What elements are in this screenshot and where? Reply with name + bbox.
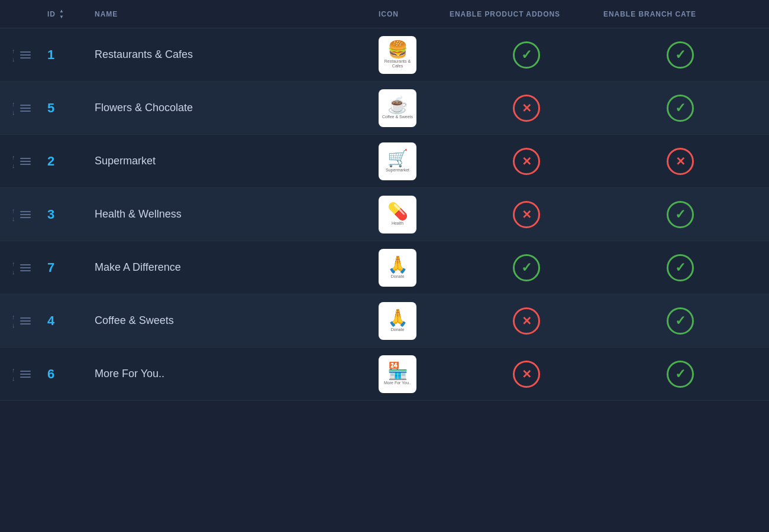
drag-lines-icon[interactable] — [20, 105, 31, 112]
branch-status-cell[interactable] — [603, 201, 757, 228]
addons-status-cell[interactable] — [450, 95, 603, 122]
addons-status-icon[interactable] — [513, 95, 540, 122]
arrow-down-icon: ↓ — [12, 109, 15, 116]
icon-cell: 🙏 Donate — [379, 302, 450, 340]
branch-status-cell[interactable] — [603, 307, 757, 335]
addons-status-icon[interactable] — [513, 361, 540, 388]
addons-status-icon[interactable] — [513, 307, 540, 335]
arrow-up-icon: ↑ — [12, 154, 15, 161]
table-row: ↑ ↓ 1 Restaurants & Cafes 🍔 Restaurants … — [0, 28, 769, 82]
icon-cell: 🛒 Supermarket — [379, 142, 450, 180]
arrow-up-icon: ↑ — [12, 47, 15, 54]
icon-box: 🙏 Donate — [379, 249, 416, 287]
arrow-down-icon: ↓ — [12, 56, 15, 63]
branch-status-cell[interactable] — [603, 148, 757, 175]
drag-lines-icon[interactable] — [20, 371, 31, 378]
branch-status-icon[interactable] — [667, 148, 694, 175]
drag-handle-cell: ↑ ↓ — [12, 154, 47, 169]
table-body: ↑ ↓ 1 Restaurants & Cafes 🍔 Restaurants … — [0, 28, 769, 401]
row-id: 3 — [47, 207, 95, 222]
icon-cell: ☕ Coffee & Sweets — [379, 89, 450, 127]
icon-box: 🛒 Supermarket — [379, 142, 416, 180]
id-sort-arrows[interactable]: ▲ ▼ — [59, 8, 64, 20]
icon-cell: 💊 Health — [379, 196, 450, 233]
icon-cell: 🙏 Donate — [379, 249, 450, 287]
row-id: 4 — [47, 313, 95, 329]
icon-label: Donate — [391, 274, 405, 279]
drag-arrows: ↑ ↓ — [12, 207, 15, 222]
row-id: 6 — [47, 366, 95, 382]
row-name: Flowers & Chocolate — [95, 102, 379, 114]
drag-lines-icon[interactable] — [20, 211, 31, 218]
branch-status-icon[interactable] — [667, 307, 694, 335]
addons-status-cell[interactable] — [450, 201, 603, 228]
addons-status-cell[interactable] — [450, 254, 603, 281]
arrow-down-icon: ↓ — [12, 215, 15, 222]
icon-box: 🍔 Restaurants & Cafes — [379, 36, 416, 74]
drag-handle-cell: ↑ ↓ — [12, 260, 47, 275]
col-branch-label: ENABLE BRANCH CATE — [603, 10, 757, 18]
row-id: 2 — [47, 154, 95, 169]
table-row: ↑ ↓ 4 Coffee & Sweets 🙏 Donate — [0, 294, 769, 348]
branch-status-cell[interactable] — [603, 361, 757, 388]
drag-lines-icon[interactable] — [20, 51, 31, 59]
table-header: ID ▲ ▼ NAME ICON ENABLE PRODUCT ADDONS E… — [0, 0, 769, 28]
col-name-label: NAME — [95, 10, 379, 18]
drag-lines-icon[interactable] — [20, 264, 31, 271]
addons-status-icon[interactable] — [513, 41, 540, 69]
branch-status-icon[interactable] — [667, 95, 694, 122]
icon-emoji: 🍔 — [387, 41, 408, 58]
row-name: Coffee & Sweets — [95, 314, 379, 327]
addons-status-cell[interactable] — [450, 41, 603, 69]
branch-status-cell[interactable] — [603, 254, 757, 281]
row-name: Health & Wellness — [95, 208, 379, 220]
addons-status-cell[interactable] — [450, 361, 603, 388]
arrow-up-icon: ↑ — [12, 366, 15, 374]
arrow-down-icon: ↓ — [12, 162, 15, 169]
row-id: 7 — [47, 260, 95, 275]
icon-box: 🏪 More For You.. — [379, 355, 416, 393]
addons-status-cell[interactable] — [450, 148, 603, 175]
table-row: ↑ ↓ 5 Flowers & Chocolate ☕ Coffee & Swe… — [0, 82, 769, 135]
col-addons-label: ENABLE PRODUCT ADDONS — [450, 10, 603, 18]
drag-lines-icon[interactable] — [20, 317, 31, 325]
addons-status-icon[interactable] — [513, 201, 540, 228]
branch-status-cell[interactable] — [603, 41, 757, 69]
icon-emoji: 🙏 — [387, 257, 408, 273]
addons-status-icon[interactable] — [513, 254, 540, 281]
icon-label: Supermarket — [386, 168, 409, 173]
icon-emoji: 🏪 — [387, 363, 408, 379]
branch-status-cell[interactable] — [603, 95, 757, 122]
drag-handle-cell: ↑ ↓ — [12, 47, 47, 63]
icon-label: More For You.. — [384, 381, 411, 385]
branch-status-icon[interactable] — [667, 201, 694, 228]
row-name: More For You.. — [95, 368, 379, 380]
row-name: Make A Difference — [95, 261, 379, 274]
col-icon-label: ICON — [379, 10, 450, 18]
branch-status-icon[interactable] — [667, 361, 694, 388]
addons-status-icon[interactable] — [513, 148, 540, 175]
drag-lines-icon[interactable] — [20, 158, 31, 165]
table-row: ↑ ↓ 7 Make A Difference 🙏 Donate — [0, 241, 769, 294]
category-table: ID ▲ ▼ NAME ICON ENABLE PRODUCT ADDONS E… — [0, 0, 769, 401]
icon-box: ☕ Coffee & Sweets — [379, 89, 416, 127]
drag-arrows: ↑ ↓ — [12, 154, 15, 169]
drag-arrows: ↑ ↓ — [12, 260, 15, 275]
drag-arrows: ↑ ↓ — [12, 100, 15, 116]
drag-handle-cell: ↑ ↓ — [12, 366, 47, 382]
col-id-label: ID ▲ ▼ — [47, 8, 95, 20]
icon-label: Coffee & Sweets — [382, 115, 413, 119]
drag-arrows: ↑ ↓ — [12, 47, 15, 63]
branch-status-icon[interactable] — [667, 254, 694, 281]
icon-cell: 🏪 More For You.. — [379, 355, 450, 393]
branch-status-icon[interactable] — [667, 41, 694, 69]
addons-status-cell[interactable] — [450, 307, 603, 335]
drag-handle-cell: ↑ ↓ — [12, 207, 47, 222]
row-id: 5 — [47, 100, 95, 116]
drag-arrows: ↑ ↓ — [12, 313, 15, 329]
arrow-down-icon: ↓ — [12, 322, 15, 329]
row-name: Supermarket — [95, 155, 379, 167]
icon-box: 💊 Health — [379, 196, 416, 233]
drag-handle-cell: ↑ ↓ — [12, 313, 47, 329]
arrow-up-icon: ↑ — [12, 100, 15, 108]
